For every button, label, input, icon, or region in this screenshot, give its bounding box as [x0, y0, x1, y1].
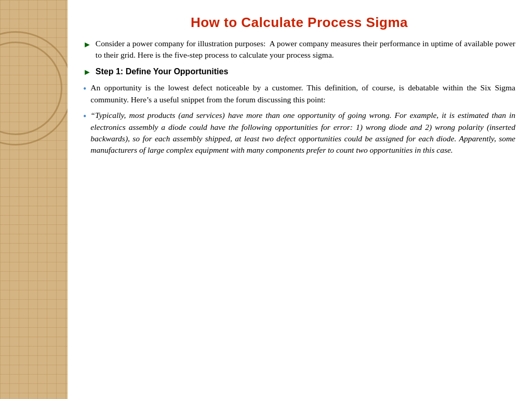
bullet-item-2: ► Step 1: Define Your Opportunities — [83, 65, 515, 78]
page-title: How to Calculate Process Sigma — [83, 15, 515, 31]
bullet-item-4: • “Typically, most products (and service… — [83, 110, 515, 156]
bullet-item-3: • An opportunity is the lowest defect no… — [83, 82, 515, 105]
dot-icon-1: • — [83, 82, 86, 96]
content-area: ► Consider a power company for illustrat… — [83, 38, 515, 389]
arrow-icon-1: ► — [83, 38, 91, 50]
bullet-text-3: An opportunity is the lowest defect noti… — [90, 82, 515, 105]
bullet-item-1: ► Consider a power company for illustrat… — [83, 38, 515, 61]
main-content-area: How to Calculate Process Sigma ► Conside… — [68, 0, 532, 399]
left-decorative-panel — [0, 0, 68, 399]
bullet-text-2: Step 1: Define Your Opportunities — [96, 65, 515, 77]
bullet-text-4: “Typically, most products (and services)… — [90, 110, 515, 156]
bullet-text-1: Consider a power company for illustratio… — [96, 38, 515, 61]
arrow-icon-2: ► — [83, 66, 91, 78]
dot-icon-2: • — [83, 110, 86, 123]
